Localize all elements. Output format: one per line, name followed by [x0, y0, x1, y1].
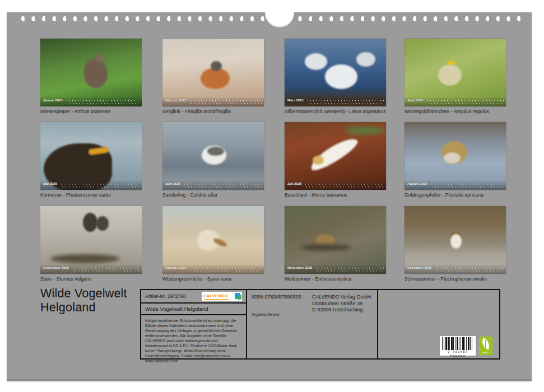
- mini-calendar-grid: [190, 267, 262, 272]
- month-tile-dezember: Dezember 2025 Schneeammer - Plectrophena…: [404, 206, 506, 282]
- bird-shape: [307, 134, 360, 175]
- mini-calendar-strip: Juni 2025: [162, 181, 264, 190]
- mini-calendar-grid: [190, 99, 262, 104]
- bird-shape: [96, 216, 109, 231]
- mini-calendar-month-label: September 2025: [43, 266, 69, 270]
- article-number-cell: Artikel-Nr. 1972760 CALVENDO: [141, 290, 246, 304]
- mini-calendar-month-label: Februar 2025: [165, 99, 186, 102]
- calendar-title: Wilde Vogelwelt Helgoland: [40, 287, 127, 315]
- info-column-right: 9 783457 590393 eco: [378, 290, 499, 358]
- bird-photo-bergfink: Februar 2025: [162, 39, 264, 106]
- bird-photo-sanderling: Juni 2025: [162, 122, 264, 190]
- isbn-row: ISBN 9783457590393 CALVENDO Verlag GmbH …: [252, 294, 373, 314]
- mini-calendar-strip: November 2025: [285, 265, 386, 274]
- mini-calendar-strip: Dezember 2025: [404, 265, 506, 274]
- month-tile-oktober: Oktober 2025 Wüstengrasmücke - Syvia nan…: [162, 206, 264, 282]
- author-name: Angelika Meister: [252, 312, 280, 316]
- calvendo-logo: CALVENDO: [202, 292, 242, 301]
- mini-calendar-month-label: November 2025: [287, 266, 312, 270]
- calvendo-logo-text: CALVENDO: [203, 294, 228, 298]
- bird-photo-wuestengrasmuecke: Oktober 2025: [162, 206, 264, 274]
- mini-calendar-month-label: Juni 2025: [165, 182, 180, 186]
- mini-calendar-grid: [73, 267, 140, 272]
- publisher-info-table: Artikel-Nr. 1972760 CALVENDO Wilde Vogel…: [140, 289, 500, 360]
- month-caption: Wiesenpieper - Anthus pratensis: [40, 109, 142, 114]
- mini-calendar-month-label: Juli 2025: [287, 182, 301, 186]
- info-column-middle: ISBN 9783457590393 CALVENDO Verlag GmbH …: [247, 290, 378, 358]
- bird-shape: [305, 53, 327, 70]
- mini-calendar-grid: [308, 99, 384, 104]
- mini-calendar-strip: März 2025: [285, 97, 386, 106]
- bird-shape: [447, 61, 455, 64]
- bird-photo-silbermoewen: März 2025: [285, 39, 386, 106]
- month-tile-april: April 2025 Wintergoldhähnchen - Regulus …: [404, 39, 506, 114]
- bird-shape: [95, 54, 104, 62]
- month-caption: Schneeammer - Plectrophenax nivalis: [404, 276, 506, 282]
- month-tile-mai: Mai 2025 Kormoran - Phalacrocorax carbo: [40, 122, 142, 198]
- month-caption: Kormoran - Phalacrocorax carbo: [40, 192, 142, 198]
- spiral-punch-holes-left: [18, 15, 266, 22]
- month-caption: Basstölpel - Morus bassanus: [285, 192, 386, 198]
- barcode-digits: 9 783457 590393: [442, 350, 473, 359]
- bird-shape: [83, 213, 97, 232]
- month-caption: Bergfink - Fringilla montifringilla: [162, 109, 264, 114]
- legal-text: Infolge bestehender Schutzrechte ist es …: [145, 319, 240, 364]
- publisher-name: CALVENDO Verlag GmbH: [312, 294, 371, 300]
- mini-calendar-month-label: März 2025: [287, 99, 304, 102]
- bird-shape: [356, 52, 375, 67]
- calendar-back-cover: Januar 2025 Wiesenpieper - Anthus praten…: [7, 12, 532, 381]
- mini-calendar-month-label: Januar 2025: [43, 99, 63, 102]
- bird-photo-waldammer: November 2025: [285, 206, 386, 274]
- bird-photo-goldregenpfeifer: August 2025: [404, 122, 506, 190]
- calvendo-logo-icon: [235, 293, 240, 299]
- month-caption: Stare - Sturnus vulgaris: [40, 276, 142, 282]
- month-caption: Silbermöwen (mit Seestern) - Larus argen…: [285, 109, 386, 114]
- bird-shape: [325, 64, 357, 89]
- month-caption: Waldammer - Emberiza rustica: [285, 276, 386, 282]
- mini-calendar-grid: [316, 267, 384, 272]
- month-tile-november: November 2025 Waldammer - Emberiza rusti…: [285, 206, 386, 282]
- month-caption: Wintergoldhähnchen - Regulus regulus: [404, 109, 506, 114]
- calendar-title-line1: Wilde Vogelwelt: [40, 287, 127, 301]
- publisher-city: D-82008 Unterhaching: [312, 307, 363, 312]
- mini-calendar-month-label: Mai 2025: [43, 182, 57, 186]
- mini-calendar-grid: [61, 183, 140, 188]
- eco-badge: eco: [479, 337, 492, 355]
- mini-calendar-strip: Oktober 2025: [162, 265, 264, 274]
- mini-calendar-month-label: Dezember 2025: [407, 266, 432, 270]
- mini-calendar-grid: [305, 183, 384, 188]
- calendar-title-line2: Helgoland: [40, 301, 127, 315]
- hanger-notch: [265, 12, 294, 27]
- mini-calendar-grid: [184, 183, 262, 188]
- month-tile-juli: Juli 2025 Basstölpel - Morus bassanus: [285, 122, 386, 198]
- cliff-top-vegetation: [345, 127, 384, 134]
- isbn-number: ISBN 9783457590393: [252, 294, 312, 314]
- month-tile-august: August 2025 Goldregenpfeifer - Pluvialis…: [404, 122, 506, 198]
- month-caption: Sanderling - Calidris alba: [162, 192, 264, 198]
- mini-calendar-strip: Februar 2025: [162, 97, 264, 106]
- mini-calendar-month-label: Oktober 2025: [165, 266, 187, 270]
- mini-calendar-strip: Mai 2025: [40, 181, 142, 190]
- publisher-street: Ottobrunner Straße 39: [312, 301, 362, 306]
- month-tile-januar: Januar 2025 Wiesenpieper - Anthus praten…: [40, 39, 142, 114]
- month-tile-maerz: März 2025 Silbermöwen (mit Seestern) - L…: [285, 39, 386, 114]
- mini-calendar-grid: [427, 99, 504, 104]
- bird-photo-wintergoldhaehnchen: April 2025: [404, 39, 506, 106]
- spiral-punch-holes-right: [285, 15, 522, 22]
- bird-shape: [313, 156, 324, 165]
- mini-calendar-strip: Juli 2025: [285, 181, 386, 190]
- bird-shape: [207, 147, 224, 156]
- barcode-bars: [442, 337, 473, 350]
- bird-photo-basstoelpel: Juli 2025: [285, 122, 386, 190]
- bird-shape: [444, 152, 461, 164]
- month-tile-februar: Februar 2025 Bergfink - Fringilla montif…: [162, 39, 264, 114]
- mini-calendar-grid: [436, 267, 504, 272]
- bird-shape: [438, 64, 462, 86]
- bird-photo-schneeammer: Dezember 2025: [404, 206, 506, 274]
- eco-badge-label: eco: [479, 351, 492, 354]
- calendar-title-cell: Wilde Vogelwelt Helgoland: [141, 304, 246, 315]
- bird-shape: [450, 234, 462, 249]
- mini-calendar-strip: August 2025: [404, 181, 506, 190]
- mini-calendar-grid: [67, 99, 140, 104]
- publisher-address: CALVENDO Verlag GmbH Ottobrunner Straße …: [312, 294, 371, 314]
